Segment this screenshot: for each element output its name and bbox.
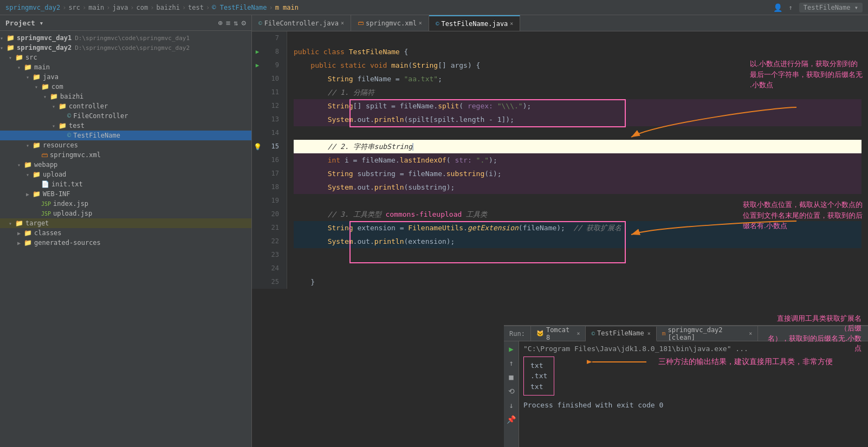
scroll-down-button[interactable]: ↓	[508, 400, 514, 411]
sidebar-item-test[interactable]: ▾ 📁 test	[0, 121, 251, 131]
jsp-icon: JSP	[41, 211, 51, 217]
scope-icon[interactable]: ⊕	[218, 18, 222, 27]
code-line-16: int i = fileName. lastIndexOf ( str: "."…	[294, 153, 861, 167]
sidebar-item-filecontroller[interactable]: © FileController	[0, 111, 251, 121]
code-line-17: String substring = fileName. substring (…	[294, 167, 861, 180]
expand-arrow: ▾	[0, 45, 7, 51]
tab-springmvc[interactable]: 🗃 springmvc.xml ×	[351, 15, 429, 31]
tab-label: TestFileName.java	[442, 20, 508, 28]
breadcrumb-src[interactable]: src	[68, 4, 80, 11]
class-system: System	[328, 113, 353, 126]
tab-close-icon[interactable]: ×	[749, 331, 752, 336]
breadcrumb-project[interactable]: springmvc_day2	[5, 4, 60, 11]
class-system: System	[328, 180, 353, 194]
breadcrumb-main[interactable]: main	[88, 4, 104, 11]
editor-container: © FileController.java × 🗃 springmvc.xml …	[252, 15, 868, 447]
run-label: Run:	[504, 326, 531, 341]
sidebar-item-springmvc-day1[interactable]: ▾ 📁 springmvc_day1 D:\springmvc\code\spr…	[0, 33, 251, 43]
sidebar-item-indexjsp[interactable]: JSP index.jsp	[0, 199, 251, 209]
expand-arrow: ▾	[35, 84, 41, 90]
breadcrumb-baizhi[interactable]: baizhi	[157, 4, 180, 11]
sidebar-item-classes[interactable]: ▶ 📁 classes	[0, 228, 251, 238]
sidebar-item-com[interactable]: ▾ 📁 com	[0, 82, 251, 92]
tab-label: FileController.java	[264, 20, 339, 27]
line-num-17: 17	[263, 167, 282, 180]
breadcrumb-com[interactable]: com	[137, 4, 148, 11]
tab-name: TestFileName ▾	[799, 3, 863, 12]
breadcrumb-java[interactable]: java	[112, 4, 128, 11]
folder-icon: 📁	[15, 219, 23, 227]
run-tab-tomcat[interactable]: 🐱 Tomcat 8 ×	[531, 326, 586, 341]
scroll-up-button[interactable]: ↑	[508, 358, 514, 368]
line-num-20: 20	[263, 208, 282, 221]
pin-button[interactable]: 📌	[506, 414, 517, 425]
line-num-14: 14	[263, 126, 282, 140]
sidebar-item-springmvc-day2[interactable]: ▾ 📁 springmvc_day2 D:\springmvc\code\spr…	[0, 43, 251, 53]
tab-close-icon[interactable]: ×	[647, 331, 651, 336]
keyword-static: static	[340, 59, 366, 72]
sidebar-item-main[interactable]: ▾ 📁 main	[0, 62, 251, 72]
tab-close-icon[interactable]: ×	[510, 21, 513, 27]
folder-icon: 📁	[33, 141, 41, 149]
expand-arrow: ▾	[0, 35, 7, 41]
sidebar-item-label: FileController	[73, 112, 128, 120]
sidebar-item-controller[interactable]: ▾ 📁 controller	[0, 101, 251, 111]
gutter-line-15: 💡	[252, 140, 263, 153]
comment-pink: commons-fileupload	[385, 208, 462, 221]
sidebar-item-target[interactable]: ▾ 📁 target	[0, 218, 251, 228]
sidebar-item-webinf[interactable]: ▶ 📁 WEB-INF	[0, 189, 251, 199]
sidebar-item-springmvc-xml[interactable]: 🗃 springmvc.xml	[0, 150, 251, 160]
code-line-14	[294, 126, 861, 140]
sidebar-item-baizhi[interactable]: ▾ 📁 baizhi	[0, 92, 251, 101]
sidebar-item-label: main	[34, 63, 50, 71]
sidebar-item-inittxt[interactable]: 📄 init.txt	[0, 179, 251, 189]
sidebar-item-testfilename[interactable]: © TestFileName	[0, 131, 251, 140]
folder-icon: 📁	[24, 239, 32, 247]
code-editor[interactable]: ▶ ▶ 💡 7 8	[252, 31, 868, 289]
run-controls: ▶ ↑ ■ ⟲ ↓ 📌	[504, 341, 519, 447]
tab-label: springmvc.xml	[366, 20, 417, 27]
tab-filecontroller[interactable]: © FileController.java ×	[252, 15, 351, 31]
sidebar-item-java[interactable]: ▾ 📁 java	[0, 72, 251, 82]
flatten-icon[interactable]: ≡	[226, 18, 230, 27]
tab-testfilename[interactable]: © TestFileName.java ×	[429, 15, 520, 31]
main-layout: Project ▾ ⊕ ≡ ⇅ ⚙ ▾ 📁 springmvc_day1 D:\…	[0, 15, 868, 447]
annotation-middle-right: 获取小数点位置，截取从这个小数点的 位置到文件名末尾的位置，获取到的后 缀名有.…	[743, 199, 863, 231]
breadcrumb-test[interactable]: test	[188, 4, 204, 11]
run-tab-testfilename[interactable]: © TestFileName ×	[586, 327, 656, 341]
class-string: String	[328, 221, 353, 235]
code-content[interactable]: public class TestFileName { public stati…	[287, 31, 868, 289]
expand-arrow: ▾	[9, 55, 15, 61]
collapse-icon[interactable]: ⇅	[234, 18, 238, 27]
sidebar-item-resources[interactable]: ▾ 📁 resources	[0, 140, 251, 150]
expand-arrow: ▾	[26, 172, 33, 178]
sidebar-item-label: TestFileName	[73, 132, 120, 139]
rerun-button[interactable]: ⟲	[507, 386, 516, 397]
sidebar-item-label: controller	[69, 102, 108, 110]
sidebar-item-src[interactable]: ▾ 📁 src	[0, 53, 251, 62]
breadcrumb-main-method[interactable]: m main	[275, 4, 299, 11]
play-button[interactable]: ▶	[508, 344, 514, 354]
sidebar-item-uploadjsp[interactable]: JSP upload.jsp	[0, 209, 251, 218]
code-line-13: System . out . println (spilt[spilt.leng…	[294, 113, 861, 126]
expand-arrow: ▶	[17, 240, 24, 246]
tab-close-icon[interactable]: ×	[341, 20, 344, 26]
stop-button[interactable]: ■	[508, 372, 514, 383]
tab-close-icon[interactable]: ×	[576, 331, 580, 336]
comment-3b: 工具类	[462, 208, 487, 221]
field-out: out	[357, 113, 370, 126]
settings-icon[interactable]: ⚙	[242, 18, 246, 27]
line-num-18: 18	[263, 180, 282, 194]
sidebar-item-label: upload	[43, 171, 66, 178]
tab-close-icon[interactable]: ×	[419, 20, 422, 26]
sidebar-item-generated-sources[interactable]: ▶ 📁 generated-sources	[0, 238, 251, 248]
class-string: String	[412, 59, 438, 72]
field-out: out	[357, 235, 370, 248]
gutter: ▶ ▶ 💡	[252, 31, 263, 289]
run-tab-springmvc[interactable]: m springmvc_day2 [clean] ×	[657, 326, 758, 341]
expand-arrow: ▾	[9, 221, 15, 226]
sidebar-item-webapp[interactable]: ▾ 📁 webapp	[0, 160, 251, 170]
sidebar-item-upload[interactable]: ▾ 📁 upload	[0, 170, 251, 179]
breadcrumb-testfilename[interactable]: © TestFileName	[212, 4, 267, 11]
gutter-line-22	[252, 235, 263, 248]
